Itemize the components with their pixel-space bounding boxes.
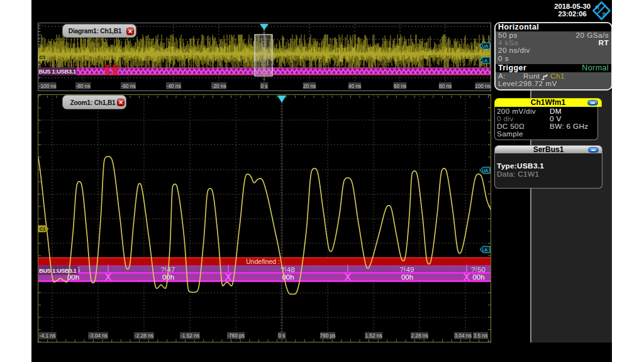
svg-text:C1: C1 (40, 55, 46, 60)
svg-text:-40 ns: -40 ns (166, 83, 180, 89)
svg-text:1.52 ns: 1.52 ns (365, 332, 382, 339)
svg-text:LA: LA (482, 58, 488, 63)
svg-text:-4.1 ns: -4.1 ns (40, 332, 55, 339)
svg-text:00h: 00h (401, 273, 413, 281)
svg-text:3.5 ns: 3.5 ns (474, 332, 488, 339)
svg-text:-20 ns: -20 ns (211, 83, 226, 89)
svg-text:-2.28 ns: -2.28 ns (135, 332, 153, 339)
svg-text:BUS 1:USB3.1: BUS 1:USB3.1 (39, 268, 77, 274)
svg-text:20 ns: 20 ns (303, 83, 316, 89)
svg-text:0 s: 0 s (278, 332, 285, 339)
svg-text:?: ? (400, 266, 404, 273)
svg-text:40 ns: 40 ns (348, 83, 361, 89)
svg-text:UA: UA (482, 43, 489, 49)
svg-text:100 ns: 100 ns (475, 83, 491, 89)
svg-text:R: R (596, 4, 600, 11)
svg-text:49: 49 (406, 266, 414, 273)
svg-text:-100 ns: -100 ns (39, 83, 57, 89)
svg-text:50: 50 (477, 266, 486, 273)
svg-text:2.28 ns: 2.28 ns (411, 332, 428, 339)
svg-text:60 ns: 60 ns (394, 83, 406, 89)
svg-text:S: S (602, 11, 606, 18)
svg-text:-760 ps: -760 ps (227, 332, 245, 339)
svg-text:-60 ns: -60 ns (121, 83, 135, 89)
svg-text:Undefined :: Undefined : (246, 258, 280, 265)
svg-text:UA: UA (482, 168, 489, 173)
svg-text:-1.52 ns: -1.52 ns (180, 332, 199, 339)
svg-text:760 ps: 760 ps (320, 332, 336, 339)
svg-text:48: 48 (287, 266, 295, 273)
svg-text:3.04 ns: 3.04 ns (454, 332, 471, 339)
svg-text:?: ? (161, 266, 165, 273)
svg-text:80 ns: 80 ns (439, 83, 452, 89)
svg-text:-3.04 ns: -3.04 ns (89, 332, 108, 339)
svg-text:0 s: 0 s (260, 83, 267, 89)
svg-text:-80 ns: -80 ns (75, 83, 90, 89)
svg-text:00h: 00h (472, 273, 484, 281)
svg-text:C1: C1 (40, 226, 46, 232)
svg-text:BUS 1:USB3.1: BUS 1:USB3.1 (39, 69, 77, 75)
svg-text:?: ? (471, 266, 475, 273)
svg-text:LA: LA (482, 247, 488, 253)
